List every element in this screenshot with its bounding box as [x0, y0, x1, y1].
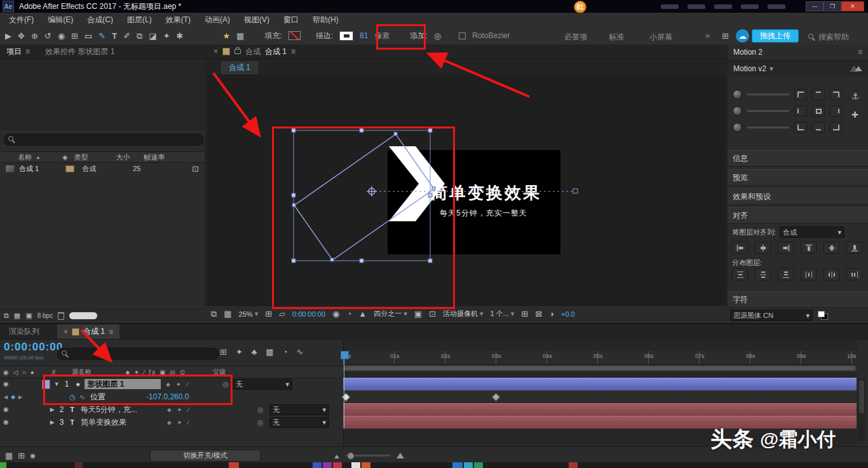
anchor-icon[interactable]: ⚓	[851, 92, 860, 100]
timeline-menu-icon[interactable]: ≡	[109, 327, 113, 336]
distribute-hcenter-button[interactable]	[824, 268, 839, 280]
slider-track[interactable]	[747, 110, 789, 112]
expand-inout-icon[interactable]: ◉	[30, 453, 36, 459]
minimize-button[interactable]: —	[806, 1, 824, 11]
property-value[interactable]: -107.0,260.0	[146, 392, 189, 401]
layer-name[interactable]: 每天5分钟，充...	[81, 404, 137, 415]
font-family-select[interactable]: 思源黑体 CN▾	[730, 310, 813, 321]
tab-preview[interactable]: 预览	[728, 169, 868, 186]
parent-select[interactable]: 无▾	[269, 417, 329, 428]
distribute-vcenter-button[interactable]	[755, 268, 771, 280]
show-snapshot-icon[interactable]: ◔	[346, 310, 351, 318]
distribute-bottom-button[interactable]	[778, 268, 794, 280]
column-name[interactable]: 名称	[18, 153, 32, 162]
tab-render-queue[interactable]: 渲染队列	[9, 326, 39, 337]
flowchart-button-icon[interactable]: ⊠	[535, 310, 542, 318]
source-name-column-header[interactable]: 源名称	[72, 368, 91, 376]
region-target-icon[interactable]: ▣	[414, 310, 422, 318]
project-search-input[interactable]	[4, 134, 203, 146]
pen-tool-icon[interactable]: ✎	[98, 32, 105, 40]
zoom-tool-icon[interactable]: ⊕	[31, 32, 38, 40]
tag-column-icon[interactable]: ◈	[62, 153, 67, 162]
eye-icon[interactable]: ◉	[3, 381, 9, 387]
bpc-indicator[interactable]: 8 bpc	[37, 312, 53, 319]
current-time-display[interactable]: 0:00:00:00	[4, 341, 63, 354]
distribute-right-button[interactable]	[846, 268, 862, 280]
expand-layers-icon[interactable]: ▦	[5, 451, 13, 460]
workspace-grid-icon[interactable]: ⊞	[722, 32, 729, 40]
rotate-tool-icon[interactable]: ↺	[44, 32, 51, 40]
pan-behind-tool-icon[interactable]: ⊞	[71, 32, 78, 40]
layer-row-1[interactable]: ◉ ▼ 1 ★ 形状图层 1 ♣ ✦ ∕ ◎ 无▾	[0, 378, 343, 390]
property-row-position[interactable]: ◀ ◆ ▶ ◷ ∿ 位置 -107.0,260.0	[0, 390, 343, 403]
close-icon[interactable]: ×	[64, 327, 68, 336]
align-vcenter-button[interactable]	[824, 242, 839, 254]
comp-current-time[interactable]: 0:00:00:00	[292, 310, 325, 318]
menu-effect[interactable]: 效果(T)	[166, 15, 191, 25]
zoom-in-mountain-icon[interactable]	[397, 451, 404, 460]
menu-file[interactable]: 文件(F)	[9, 15, 34, 25]
align-hcenter-button[interactable]	[755, 242, 771, 254]
trash-icon[interactable]	[58, 312, 64, 320]
star-filter-icon[interactable]: ★	[222, 32, 230, 40]
layer-switches[interactable]: ♣ ✦ ∕	[167, 406, 191, 413]
keyframe-toggle-icon[interactable]: ◆	[11, 394, 15, 400]
graph-editor-icon[interactable]: ∿	[297, 348, 304, 356]
align-right-button[interactable]	[778, 242, 794, 254]
layer-switches[interactable]: ♣ ✦ ∕	[167, 419, 191, 426]
draft-3d-icon[interactable]: ✦	[236, 348, 243, 356]
anchor-left-button[interactable]	[794, 106, 807, 116]
snapshot-icon[interactable]: ⧉	[211, 310, 217, 318]
menu-layer[interactable]: 图层(L)	[127, 15, 152, 25]
workspace-standard[interactable]: 标准	[609, 32, 624, 43]
expander-closed-icon[interactable]: ▶	[50, 407, 55, 413]
taskbar[interactable]	[0, 462, 868, 468]
timeline-zoom-slider[interactable]	[346, 455, 390, 457]
search-help[interactable]: 搜索帮助	[808, 32, 849, 43]
motion-preset-select[interactable]: Motion v2▾	[733, 64, 773, 73]
menu-edit[interactable]: 编辑(E)	[48, 15, 73, 25]
workspace-small-screen[interactable]: 小屏幕	[649, 32, 672, 43]
brush-tool-icon[interactable]: ✐	[123, 32, 130, 40]
menu-animation[interactable]: 动画(A)	[205, 15, 230, 25]
keyframe-marker[interactable]	[492, 393, 500, 401]
menu-help[interactable]: 帮助(H)	[313, 15, 339, 25]
column-size[interactable]: 大小	[116, 153, 130, 162]
shape-tool-icon[interactable]: ▭	[85, 32, 92, 40]
motion-panel-menu-icon[interactable]: ≡	[858, 48, 862, 57]
close-button[interactable]: ✕	[841, 1, 864, 11]
hand-tool-icon[interactable]: ✥	[18, 32, 25, 40]
add-shape-icon[interactable]: ◎	[434, 32, 441, 40]
eye-icon[interactable]: ◉	[3, 406, 9, 413]
parent-pickwhip-icon[interactable]: ◎	[257, 418, 264, 427]
viewer-comp-name[interactable]: 合成 1	[265, 46, 287, 57]
parent-select[interactable]: 无▾	[233, 379, 292, 390]
timeline-search-input[interactable]	[57, 348, 219, 360]
crosshair-link-icon[interactable]: ✚	[851, 111, 858, 119]
roi-icon[interactable]: ▱	[279, 310, 285, 318]
fill-color-swatch[interactable]	[288, 31, 301, 40]
tab-project[interactable]: 项目	[6, 46, 22, 57]
expand-props-icon[interactable]: ⊞	[18, 451, 25, 460]
stroke-width-value[interactable]: 81	[360, 31, 368, 40]
clone-stamp-tool-icon[interactable]: ⧉	[137, 32, 142, 40]
shy-icon[interactable]: ♣	[252, 348, 257, 356]
grid-guides-icon[interactable]: ⊞	[265, 310, 272, 318]
layer-name[interactable]: 形状图层 1	[85, 379, 161, 389]
exposure-icon[interactable]: ◑	[549, 310, 554, 318]
time-ruler[interactable]: 0s 01s 02s 03s 04s 05s 06s 07s 08s 09s 1…	[343, 351, 857, 365]
anchor-top-left-button[interactable]	[794, 89, 807, 100]
menu-composition[interactable]: 合成(C)	[87, 15, 113, 25]
anchor-bottom-button[interactable]	[812, 122, 825, 133]
prev-keyframe-icon[interactable]: ◀	[4, 394, 8, 400]
layer-row-2[interactable]: ◉ ▶ 2 T 每天5分钟，充... ♣ ✦ ∕ ◎ 无▾	[0, 403, 343, 416]
timeline-vscrollbar[interactable]	[858, 378, 865, 441]
parent-column-header[interactable]: 父级	[213, 368, 226, 376]
slider-track[interactable]	[747, 93, 789, 95]
project-item-row[interactable]: 合成 1 合成 25 ⊡	[0, 163, 205, 174]
eraser-tool-icon[interactable]: ◪	[149, 32, 156, 40]
fill-stroke-swatches[interactable]	[818, 311, 828, 320]
camera-tool-icon[interactable]: ◉	[58, 32, 65, 40]
tab-timeline-comp[interactable]: × 合成 1 ≡	[57, 324, 119, 339]
camera-select[interactable]: 活动摄像机▾	[443, 309, 484, 319]
